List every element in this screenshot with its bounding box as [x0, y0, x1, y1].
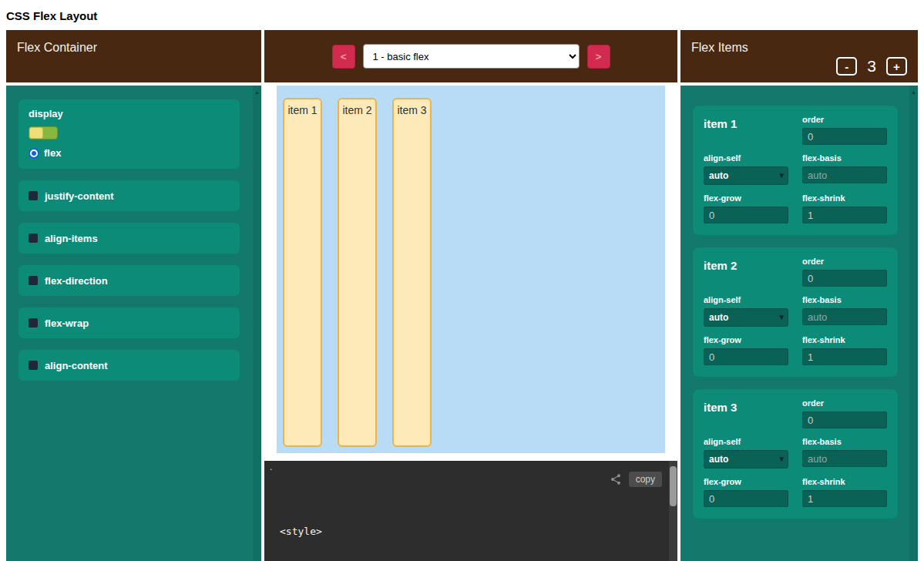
flex-shrink-label: flex-shrink [802, 335, 887, 344]
flex-item-2: item 2 [338, 98, 377, 447]
item-card-2-title-cell: item 2 [704, 257, 788, 287]
item-1-order-input[interactable] [802, 128, 887, 145]
flex-radio[interactable] [29, 148, 39, 159]
order-label: order [802, 398, 887, 408]
display-toggle[interactable] [29, 126, 58, 139]
item-3-order-input[interactable] [802, 412, 887, 428]
scroll-up-icon[interactable]: ▲ [909, 86, 918, 95]
display-card: display flex [18, 99, 240, 169]
flex-direction-label: flex-direction [45, 275, 108, 287]
left-panel-scrollbar[interactable]: ▲ [253, 86, 261, 561]
item-1-flex-basis-input[interactable] [802, 166, 887, 183]
flex-container-demo: item 1 item 2 item 3 [277, 86, 665, 453]
code-toolbar: copy [610, 472, 662, 487]
item-3-flex-shrink-input[interactable] [802, 490, 887, 507]
scroll-up-icon[interactable]: ▲ [253, 86, 261, 95]
item-2-order-input[interactable] [802, 270, 887, 287]
align-content-label: align-content [45, 360, 108, 371]
prop-card-flex-wrap: flex-wrap [18, 307, 240, 338]
item-3-align-self-field: align-self auto ▾ [704, 437, 788, 469]
code-scrollbar-thumb[interactable] [670, 466, 677, 506]
align-content-checkbox[interactable] [29, 361, 38, 370]
flex-shrink-label: flex-shrink [802, 477, 887, 486]
item-2-flex-shrink-input[interactable] [802, 348, 887, 365]
remove-item-button[interactable]: - [836, 57, 857, 76]
item-1-title: item 1 [704, 115, 788, 130]
item-1-order-field: order [802, 115, 887, 145]
item-3-flex-basis-input[interactable] [802, 450, 887, 467]
order-label: order [802, 257, 887, 266]
item-1-align-self-select[interactable]: auto [704, 166, 788, 185]
item-2-order-field: order [802, 257, 887, 287]
item-1-flex-shrink-input[interactable] [802, 207, 887, 223]
justify-content-checkbox[interactable] [29, 191, 38, 200]
item-2-title: item 2 [704, 257, 788, 272]
prev-preset-button[interactable]: < [332, 45, 355, 69]
preset-select[interactable]: 1 - basic flex [363, 44, 580, 69]
code-dot: . [270, 462, 272, 472]
prop-card-align-content: align-content [18, 350, 240, 381]
item-card-2: item 2 order align-self auto ▾ [693, 247, 898, 377]
flex-container-panel: display flex justify-content align-item [6, 86, 261, 561]
align-self-label: align-self [704, 437, 788, 446]
next-preset-button[interactable]: > [587, 45, 610, 69]
right-panel-scrollbar[interactable]: ▲ [909, 86, 918, 561]
toggle-knob-icon [29, 127, 43, 139]
flex-grow-label: flex-grow [704, 477, 788, 486]
justify-content-label: justify-content [45, 190, 114, 202]
item-count-controls: - 3 + [836, 57, 907, 76]
flex-items-panel: item 1 order align-self auto ▾ [680, 86, 918, 561]
item-2-flex-basis-input[interactable] [802, 308, 887, 325]
item-2-flex-grow-input[interactable] [704, 348, 788, 365]
main-layout: Flex Container display flex justify-cont… [6, 30, 918, 559]
preview-content: item 1 item 2 item 3 . copy <style> .fl [264, 86, 677, 561]
item-3-flex-basis-field: flex-basis [802, 437, 887, 469]
item-2-align-self-select[interactable]: auto [704, 308, 788, 327]
flex-wrap-checkbox[interactable] [29, 318, 38, 328]
flex-grow-label: flex-grow [704, 335, 788, 344]
copy-button[interactable]: copy [629, 472, 662, 487]
item-1-align-self-field: align-self auto ▾ [704, 153, 788, 185]
code-scrollbar[interactable] [669, 461, 677, 561]
align-items-checkbox[interactable] [29, 233, 38, 243]
item-3-flex-shrink-field: flex-shrink [802, 477, 887, 507]
item-1-align-self-wrap: auto ▾ [704, 166, 788, 185]
flex-basis-label: flex-basis [802, 153, 887, 163]
flex-direction-checkbox[interactable] [29, 276, 38, 285]
display-label: display [29, 108, 230, 119]
item-1-flex-shrink-field: flex-shrink [802, 193, 887, 223]
page-title: CSS Flex Layout [0, 0, 924, 30]
flex-container-title: Flex Container [17, 41, 97, 54]
app: CSS Flex Layout Flex Container display f… [0, 0, 924, 559]
radio-dot-icon [32, 151, 36, 156]
item-3-flex-grow-field: flex-grow [704, 477, 788, 507]
item-3-align-self-select[interactable]: auto [704, 450, 788, 469]
item-2-flex-grow-field: flex-grow [704, 335, 788, 365]
item-2-flex-basis-field: flex-basis [802, 295, 887, 327]
preview-column: < 1 - basic flex > item 1 item 2 item 3 … [264, 30, 677, 561]
item-2-align-self-wrap: auto ▾ [704, 308, 788, 327]
add-item-button[interactable]: + [886, 57, 907, 76]
item-3-align-self-wrap: auto ▾ [704, 450, 788, 469]
align-items-label: align-items [45, 233, 98, 244]
flex-shrink-label: flex-shrink [802, 193, 887, 203]
flex-container-column: Flex Container display flex justify-cont… [6, 30, 261, 561]
align-self-label: align-self [704, 295, 788, 304]
item-3-flex-grow-input[interactable] [704, 490, 788, 507]
share-icon[interactable] [610, 473, 622, 485]
flex-basis-label: flex-basis [802, 295, 887, 304]
flex-basis-label: flex-basis [802, 437, 887, 446]
prop-card-justify-content: justify-content [18, 180, 240, 211]
item-3-title: item 3 [704, 398, 788, 414]
item-1-flex-grow-input[interactable] [704, 207, 788, 223]
item-2-align-self-field: align-self auto ▾ [704, 295, 788, 327]
flex-wrap-label: flex-wrap [45, 317, 89, 329]
order-label: order [802, 115, 887, 124]
align-self-label: align-self [704, 153, 788, 163]
prop-card-align-items: align-items [18, 223, 240, 254]
item-card-1: item 1 order align-self auto ▾ [693, 106, 898, 235]
item-card-1-title-cell: item 1 [704, 115, 788, 145]
item-card-3-title-cell: item 3 [704, 398, 788, 428]
item-card-3: item 3 order align-self auto ▾ [693, 389, 898, 519]
flex-item-1: item 1 [283, 98, 322, 447]
